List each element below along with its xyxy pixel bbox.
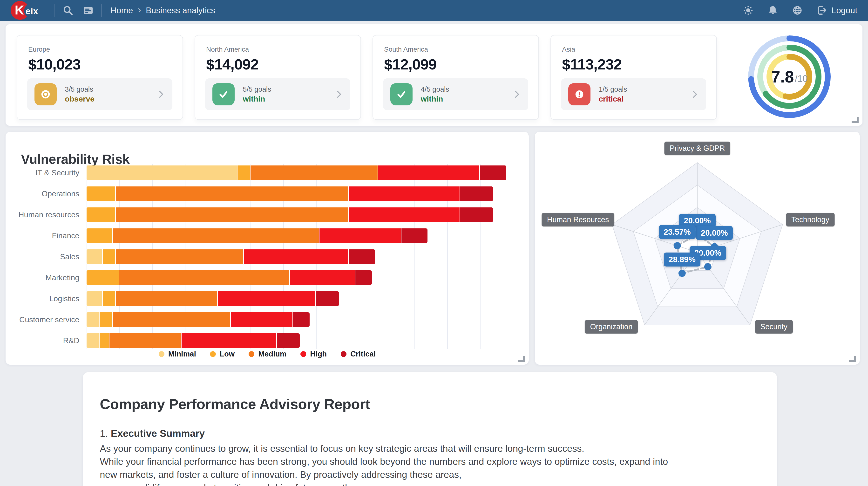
bar-row: Finance xyxy=(13,229,519,243)
legend-item-critical[interactable]: Critical xyxy=(341,350,376,358)
observe-status-icon xyxy=(34,83,57,105)
stacked-bar xyxy=(87,229,513,243)
globe-icon[interactable] xyxy=(792,5,803,16)
legend-label: Minimal xyxy=(168,350,196,358)
region-card-south-america: South America $12,099 4/5 goals within xyxy=(373,35,539,120)
chevron-right-icon[interactable] xyxy=(513,90,521,99)
bar-segment-medium xyxy=(250,165,378,180)
logo-letters-eix: eix xyxy=(26,6,38,17)
bar-segment-low xyxy=(100,333,110,348)
bar-segment-high xyxy=(378,165,480,180)
bar-row: Sales xyxy=(13,249,519,264)
notifications-icon[interactable] xyxy=(768,5,778,16)
panel-resize-handle[interactable] xyxy=(851,117,859,123)
bar-segment-high xyxy=(349,186,460,201)
bar-segment-low xyxy=(100,312,113,327)
goals-count: 4/5 goals xyxy=(421,85,513,93)
breadcrumb: Home › Business analytics xyxy=(111,5,215,15)
legend-item-medium[interactable]: Medium xyxy=(249,350,286,358)
bar-segment-critical xyxy=(355,270,372,285)
stacked-bar xyxy=(87,186,513,201)
region-name: North America xyxy=(206,45,349,53)
goals-count: 1/5 goals xyxy=(599,85,690,93)
bar-segment-high xyxy=(244,249,349,264)
bar-row: R&D xyxy=(13,333,519,348)
bar-segment-minimal xyxy=(87,312,100,327)
navbar-divider xyxy=(101,4,102,17)
goals-row[interactable]: 1/5 goals critical xyxy=(561,79,706,110)
bar-category-label: Human resources xyxy=(13,210,79,219)
top-navbar: K eix Home › Business analytics xyxy=(0,0,868,21)
chevron-right-icon[interactable] xyxy=(690,90,699,99)
radar-axis-label: Technology xyxy=(786,213,835,226)
section-number: 1. xyxy=(100,428,108,439)
radar-data-point xyxy=(679,270,686,277)
bar-segment-high xyxy=(349,207,460,222)
bar-category-label: Operations xyxy=(13,189,79,198)
stacked-bar xyxy=(87,291,513,306)
bar-segment-critical xyxy=(349,249,375,264)
bar-segment-low xyxy=(87,229,113,243)
radar-data-point xyxy=(704,263,712,270)
legend-dot xyxy=(341,351,346,357)
legend-item-minimal[interactable]: Minimal xyxy=(159,350,196,358)
region-card-asia: Asia $113,232 1/5 goals critical xyxy=(551,35,717,120)
report-line: you can solidify your market position an… xyxy=(100,481,760,486)
goals-row[interactable]: 3/5 goals observe xyxy=(27,79,173,110)
region-name: Europe xyxy=(28,45,172,53)
bar-segment-high xyxy=(182,333,277,348)
bar-segment-high xyxy=(290,270,355,285)
stacked-bar xyxy=(87,312,513,327)
bar-segment-low xyxy=(103,291,116,306)
legend-item-low[interactable]: Low xyxy=(210,350,235,358)
legend-label: High xyxy=(310,350,327,358)
legend-dot xyxy=(159,351,164,357)
bar-row: IT & Security xyxy=(13,165,519,180)
status-badge: within xyxy=(421,95,513,103)
report-icon[interactable] xyxy=(83,5,94,16)
region-cards: Europe $10,023 3/5 goals observe xyxy=(17,35,717,120)
score-denominator: /10 xyxy=(795,70,808,84)
goals-count: 5/5 goals xyxy=(243,85,334,93)
legend-dot xyxy=(301,351,306,357)
goals-row[interactable]: 5/5 goals within xyxy=(205,79,350,110)
score-gauge-value: 7.8 /10 xyxy=(742,30,836,124)
legend-item-high[interactable]: High xyxy=(301,350,327,358)
bar-segment-critical xyxy=(316,291,339,306)
status-badge: critical xyxy=(599,95,690,103)
radar-axis-label: Organization xyxy=(585,320,638,334)
breadcrumb-home[interactable]: Home xyxy=(111,5,133,15)
score-value: 7.8 xyxy=(771,67,794,86)
chevron-right-icon[interactable] xyxy=(156,90,165,99)
alert-status-icon xyxy=(568,83,590,105)
chevron-right-icon[interactable] xyxy=(334,90,343,99)
stacked-bar xyxy=(87,270,513,285)
bar-segment-minimal xyxy=(87,165,238,180)
legend-label: Medium xyxy=(258,350,286,358)
bar-category-label: Logistics xyxy=(13,294,79,303)
report-line: As your company continues to grow, it is… xyxy=(100,442,760,455)
panel-resize-handle[interactable] xyxy=(849,356,856,362)
radar-chart: Privacy & GDPRTechnologySecurityOrganiza… xyxy=(535,132,860,365)
bar-segment-medium xyxy=(113,312,231,327)
search-icon[interactable] xyxy=(63,5,73,16)
bar-segment-critical xyxy=(460,186,493,201)
bar-segment-minimal xyxy=(87,249,103,264)
brightness-icon[interactable] xyxy=(743,5,753,16)
bar-category-label: Finance xyxy=(13,231,79,240)
panel-resize-handle[interactable] xyxy=(518,356,525,362)
bar-segment-low xyxy=(87,270,119,285)
region-value: $14,092 xyxy=(206,56,349,73)
goals-row[interactable]: 4/5 goals within xyxy=(383,79,528,110)
region-value: $10,023 xyxy=(28,56,172,73)
bar-segment-medium xyxy=(116,249,244,264)
bar-segment-critical xyxy=(401,229,428,243)
brand-logo[interactable]: K eix xyxy=(10,0,47,20)
logout-button[interactable]: Logout xyxy=(817,5,858,16)
bar-row: Operations xyxy=(13,186,519,201)
legend-label: Low xyxy=(220,350,235,358)
score-gauge: 7.8 /10 xyxy=(742,30,836,124)
bar-segment-medium xyxy=(116,207,349,222)
region-card-europe: Europe $10,023 3/5 goals observe xyxy=(17,35,183,120)
bar-segment-medium xyxy=(116,186,349,201)
